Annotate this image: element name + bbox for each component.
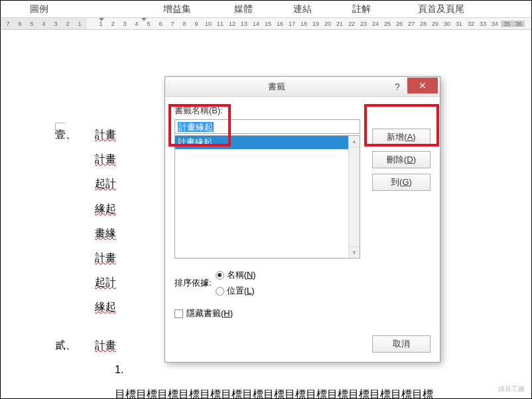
radio-sort-name[interactable]: 名稱(N) xyxy=(216,269,256,281)
ribbon-tab-header-footer[interactable]: 頁首及頁尾 xyxy=(407,1,476,17)
dialog-close-button[interactable]: ✕ xyxy=(407,78,438,93)
radio-icon xyxy=(216,271,224,280)
first-line-indent-marker[interactable] xyxy=(99,18,104,21)
goto-button[interactable]: 到(G) xyxy=(372,174,431,191)
ribbon-tab-comments[interactable]: 註解 xyxy=(342,1,382,17)
dialog-titlebar[interactable]: 書籤 ? ✕ xyxy=(165,77,440,97)
list-scrollbar[interactable]: ▲ ▼ xyxy=(348,136,360,258)
bookmark-list-item[interactable]: 計畫緣起 xyxy=(175,136,360,149)
doc-text[interactable]: 起計 xyxy=(95,270,116,294)
horizontal-ruler[interactable]: 7 6 5 4 3 2 1 1 2 3 4 5 6 7 8 9 10 11 12… xyxy=(1,18,531,30)
ruler-positive-area: 1 2 3 4 5 6 7 8 9 10 11 12 13 14 15 16 1… xyxy=(87,18,525,29)
ribbon-tab-illustrations[interactable]: 圖例 xyxy=(19,1,60,17)
scroll-up-icon[interactable]: ▲ xyxy=(349,136,360,147)
bookmark-name-input[interactable]: 計畫緣起 xyxy=(174,119,360,134)
doc-text[interactable]: 畫緣 xyxy=(95,221,116,245)
numbered-list-marker: 1. xyxy=(115,358,123,381)
bookmark-dialog: 書籤 ? ✕ 書籤名稱(B): 計畫緣起 計畫緣起 ▲ ▼ 新增(A) 刪除(D… xyxy=(165,76,440,363)
add-button[interactable]: 新增(A) xyxy=(372,129,431,146)
sort-label: 排序依據: xyxy=(174,277,212,289)
doc-text[interactable]: 計畫 xyxy=(95,147,116,170)
checkbox-hidden-bookmarks[interactable] xyxy=(174,310,183,318)
hanging-indent-marker[interactable] xyxy=(141,18,147,21)
dialog-title: 書籤 xyxy=(165,81,387,93)
cancel-button[interactable]: 取消 xyxy=(372,335,431,353)
list-marker-2: 貳、 xyxy=(55,333,95,357)
doc-text[interactable]: 緣起 xyxy=(95,197,116,220)
doc-text[interactable]: 計畫 xyxy=(95,333,116,357)
doc-text[interactable]: 目標目標目標目標目標目標目標目標目標目標目標目標目標目標目標 xyxy=(115,382,433,399)
radio-sort-location[interactable]: 位置(L) xyxy=(216,285,256,297)
list-marker-1: 壹、 xyxy=(55,123,95,146)
bookmark-name-label: 書籤名稱(B): xyxy=(174,105,431,117)
delete-button[interactable]: 刪除(D) xyxy=(372,151,431,168)
ribbon-tabs: 圖例 增益集 媒體 連結 註解 頁首及頁尾 xyxy=(1,1,531,18)
ribbon-tab-links[interactable]: 連結 xyxy=(283,1,323,17)
ruler-negative-area: 7 6 5 4 3 2 1 xyxy=(1,18,87,29)
doc-text[interactable]: 計畫 xyxy=(95,246,116,269)
bookmark-list[interactable]: 計畫緣起 ▲ ▼ xyxy=(174,135,360,258)
doc-text[interactable]: 起計 xyxy=(95,172,116,195)
radio-icon xyxy=(216,287,224,296)
doc-text[interactable]: 計畫 xyxy=(95,123,116,146)
doc-text[interactable]: 緣起 xyxy=(95,295,116,318)
ribbon-tab-media[interactable]: 媒體 xyxy=(224,1,264,17)
scroll-down-icon[interactable]: ▼ xyxy=(349,247,360,258)
checkbox-label: 隱藏書籤(H) xyxy=(186,308,233,319)
watermark: 綠豆工廠 xyxy=(496,384,527,394)
ribbon-tab-addins[interactable]: 增益集 xyxy=(153,1,202,17)
dialog-help-button[interactable]: ? xyxy=(387,77,407,97)
